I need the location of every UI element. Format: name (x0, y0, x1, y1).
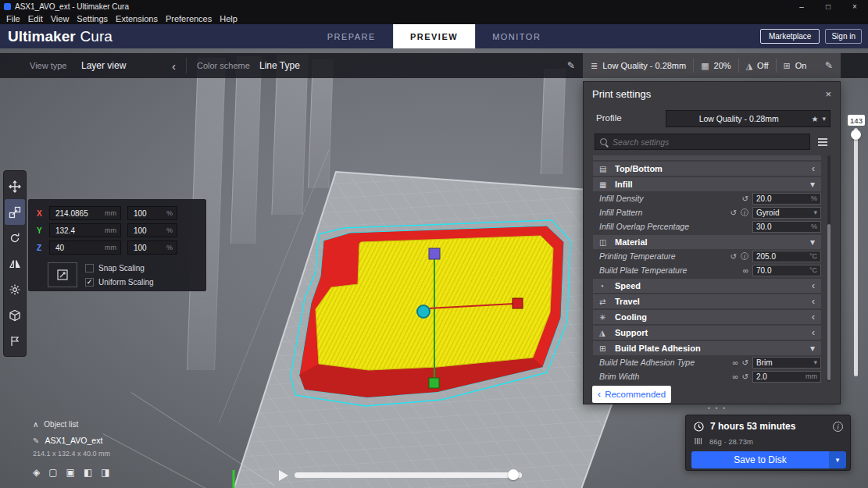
category-travel[interactable]: ⇄ Travel ‹ (593, 294, 821, 308)
snap-scaling-checkbox[interactable]: Snap Scaling (85, 262, 145, 273)
panel-drag-dots[interactable]: • • • (702, 404, 733, 412)
scale-x-mm-input[interactable]: mm (49, 206, 121, 220)
marketplace-button[interactable]: Marketplace (760, 29, 820, 44)
star-icon[interactable]: ★ (812, 115, 819, 123)
scale-y-pct-input[interactable]: % (127, 223, 177, 237)
scale-y-pct-value[interactable] (132, 226, 164, 236)
top-view-icon[interactable]: ▣ (66, 467, 75, 478)
checkbox[interactable]: ✓ (85, 278, 94, 287)
edit-settings-icon[interactable]: ✎ (825, 60, 833, 71)
scrollbar-thumb[interactable] (827, 224, 830, 380)
scale-handle-y[interactable] (429, 378, 439, 388)
brim-width-input[interactable]: 2.0 mm (752, 371, 821, 383)
infill-pattern-dropdown[interactable]: Gyroid ▾ (752, 207, 821, 219)
scale-handle-z[interactable] (429, 248, 440, 259)
category-infill[interactable]: ▦ Infill ▾ (593, 177, 821, 191)
category-cooling[interactable]: ✳ Cooling ‹ (593, 310, 821, 324)
settings-scrollbar[interactable] (827, 155, 830, 382)
view-type-value[interactable]: Layer view (81, 53, 126, 78)
scale-x-pct-input[interactable]: % (127, 206, 177, 220)
scale-x-mm-value[interactable] (54, 208, 102, 219)
simulation-slider-handle[interactable] (508, 469, 519, 480)
info-icon[interactable]: i (833, 422, 843, 432)
menu-preferences[interactable]: Preferences (162, 14, 216, 23)
scale-handle-uniform[interactable] (417, 305, 430, 318)
category-top-bottom[interactable]: ▤ Top/Bottom ‹ (593, 162, 821, 176)
link-icon[interactable]: ∞ (743, 266, 748, 275)
scale-z-mm-input[interactable]: mm (49, 240, 121, 255)
close-window-button[interactable]: × (841, 2, 868, 11)
menu-edit[interactable]: Edit (24, 14, 47, 23)
info-icon[interactable]: i (741, 208, 748, 216)
simulation-slider[interactable] (295, 472, 522, 478)
revert-icon[interactable]: ↺ (730, 252, 737, 261)
save-options-chevron[interactable]: ▾ (829, 451, 846, 468)
mirror-tool-button[interactable] (5, 251, 25, 276)
category-build-plate-adhesion[interactable]: ⊞ Build Plate Adhesion ▾ (593, 341, 821, 355)
tab-preview[interactable]: PREVIEW (393, 24, 475, 48)
search-input[interactable] (611, 137, 805, 148)
profile-dropdown[interactable]: Low Quality - 0.28mm ★ ▾ (666, 110, 830, 127)
infill-density-input[interactable]: 20.0 % (752, 193, 821, 205)
rotate-tool-button[interactable] (5, 225, 25, 251)
link-icon[interactable]: ∞ (732, 372, 738, 381)
menu-view[interactable]: View (47, 14, 73, 23)
menu-settings[interactable]: Settings (73, 14, 112, 23)
layer-number-input[interactable]: 143 (848, 115, 865, 126)
revert-icon[interactable]: ↺ (742, 372, 748, 381)
settings-menu-icon[interactable] (816, 137, 829, 148)
collapse-panel-icon[interactable]: ‹ (172, 53, 176, 78)
iso-view-icon[interactable]: ◈ (33, 467, 40, 478)
left-view-icon[interactable]: ◧ (84, 467, 92, 478)
build-plate-temperature-input[interactable]: 70.0 °C (752, 265, 821, 276)
object-list-toggle[interactable]: ∧ Object list (33, 420, 78, 429)
recommended-button[interactable]: ‹ Recommended (592, 386, 671, 403)
clipped-category-row[interactable] (593, 155, 821, 160)
revert-icon[interactable]: ↺ (742, 194, 748, 203)
uniform-scaling-checkbox[interactable]: ✓ Uniform Scaling (85, 276, 154, 287)
front-view-icon[interactable]: ▢ (48, 467, 57, 478)
measure-tool-button[interactable] (5, 328, 25, 354)
category-material[interactable]: ◫ Material ▾ (593, 235, 821, 249)
move-tool-button[interactable] (5, 173, 25, 199)
category-speed[interactable]: ◔ Speed ‹ (593, 279, 821, 293)
revert-icon[interactable]: ↺ (742, 358, 748, 367)
support-blocker-tool-button[interactable] (5, 302, 25, 328)
menu-extensions[interactable]: Extensions (112, 14, 162, 23)
object-list-item[interactable]: ✎ ASX1_AVO_ext (33, 436, 102, 445)
scale-z-pct-input[interactable]: % (127, 240, 177, 255)
layer-slider[interactable] (854, 128, 858, 376)
printing-temperature-input[interactable]: 205.0 °C (752, 251, 821, 262)
minimize-button[interactable]: – (788, 2, 815, 11)
color-scheme-value[interactable]: Line Type (259, 53, 300, 78)
maximize-button[interactable]: □ (815, 2, 841, 11)
revert-icon[interactable]: ↺ (730, 208, 737, 217)
category-support[interactable]: ◮ Support ‹ (593, 326, 821, 340)
per-model-settings-tool-button[interactable] (5, 276, 25, 302)
save-to-disk-button[interactable]: Save to Disk ▾ (691, 451, 846, 468)
scale-tool-button[interactable] (5, 199, 25, 225)
tab-monitor[interactable]: MONITOR (475, 24, 558, 48)
close-panel-icon[interactable]: × (825, 88, 831, 100)
layer-slider-handle[interactable] (851, 130, 861, 140)
info-icon[interactable]: i (741, 252, 748, 260)
scale-to-max-button[interactable] (48, 262, 77, 287)
scale-handle-x[interactable] (513, 298, 523, 308)
link-icon[interactable]: ∞ (732, 358, 738, 367)
menu-help[interactable]: Help (216, 14, 241, 23)
scale-x-pct-value[interactable] (132, 208, 164, 219)
sign-in-button[interactable]: Sign in (825, 29, 862, 44)
edit-view-icon[interactable]: ✎ (567, 53, 575, 78)
infill-overlap-input[interactable]: 30.0 % (752, 221, 821, 233)
scale-z-mm-value[interactable] (54, 243, 102, 253)
menu-file[interactable]: File (2, 14, 24, 23)
adhesion-type-dropdown[interactable]: Brim ▾ (752, 357, 821, 369)
tab-prepare[interactable]: PREPARE (310, 24, 393, 48)
scale-y-mm-value[interactable] (54, 226, 102, 236)
scale-y-mm-input[interactable]: mm (49, 223, 121, 237)
settings-search[interactable] (595, 134, 810, 150)
print-settings-summary[interactable]: ≣ Low Quality - 0.28mm ▦ 20% ◮ Off ⊞ On … (583, 53, 841, 78)
right-view-icon[interactable]: ◨ (101, 467, 109, 478)
play-button[interactable] (279, 470, 288, 481)
scale-z-pct-value[interactable] (132, 243, 164, 253)
